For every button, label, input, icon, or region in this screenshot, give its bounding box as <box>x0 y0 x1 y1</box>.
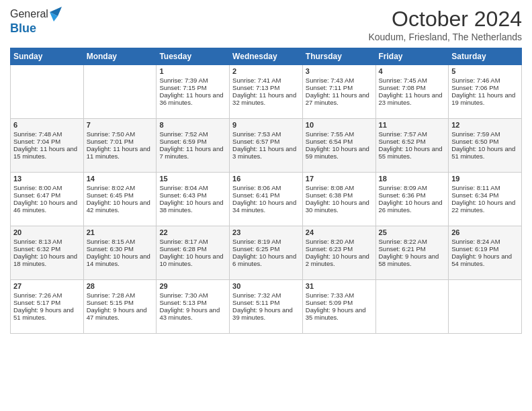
sunset-text: Sunset: 6:52 PM <box>379 138 426 145</box>
sunset-text: Sunset: 6:59 PM <box>159 138 206 145</box>
sunset-text: Sunset: 6:57 PM <box>232 138 279 145</box>
cell-0-3: 2 Sunrise: 7:41 AM Sunset: 7:13 PM Dayli… <box>230 65 303 119</box>
sunset-text: Sunset: 7:11 PM <box>306 84 353 91</box>
daylight-text: Daylight: 9 hours and 58 minutes. <box>379 253 439 267</box>
header-monday: Monday <box>83 48 157 65</box>
daylight-text: Daylight: 10 hours and 34 minutes. <box>232 199 296 214</box>
cell-0-2: 1 Sunrise: 7:39 AM Sunset: 7:15 PM Dayli… <box>157 65 230 119</box>
cell-1-5: 11 Sunrise: 7:57 AM Sunset: 6:52 PM Dayl… <box>375 119 449 173</box>
daylight-text: Daylight: 9 hours and 47 minutes. <box>87 306 147 321</box>
sunrise-text: Sunrise: 8:09 AM <box>379 184 427 191</box>
sunrise-text: Sunrise: 7:50 AM <box>87 130 135 138</box>
daylight-text: Daylight: 10 hours and 59 minutes. <box>306 145 369 160</box>
day-number: 17 <box>306 175 373 183</box>
header-thursday: Thursday <box>302 48 375 65</box>
sunrise-text: Sunrise: 8:20 AM <box>306 238 354 245</box>
day-number: 13 <box>13 175 81 183</box>
daylight-text: Daylight: 9 hours and 51 minutes. <box>13 306 74 321</box>
day-number: 22 <box>159 228 226 236</box>
daylight-text: Daylight: 11 hours and 23 minutes. <box>379 91 443 106</box>
sunrise-text: Sunrise: 7:45 AM <box>379 77 427 84</box>
header-saturday: Saturday <box>449 48 522 65</box>
sunrise-text: Sunrise: 7:48 AM <box>13 130 62 138</box>
month-title: October 2024 <box>368 7 522 32</box>
page: General Blue October 2024 Koudum, Friesl… <box>0 0 532 411</box>
day-number: 19 <box>451 175 519 183</box>
daylight-text: Daylight: 11 hours and 3 minutes. <box>232 145 296 160</box>
daylight-text: Daylight: 10 hours and 51 minutes. <box>451 145 515 160</box>
day-number: 12 <box>451 121 519 129</box>
day-number: 3 <box>306 67 373 75</box>
daylight-text: Daylight: 10 hours and 46 minutes. <box>13 199 77 214</box>
sunrise-text: Sunrise: 7:33 AM <box>306 291 354 299</box>
cell-0-1 <box>83 65 157 119</box>
daylight-text: Daylight: 9 hours and 39 minutes. <box>232 306 293 321</box>
sunset-text: Sunset: 6:21 PM <box>379 245 426 253</box>
cell-3-4: 24 Sunrise: 8:20 AM Sunset: 6:23 PM Dayl… <box>302 226 375 280</box>
cell-2-4: 17 Sunrise: 8:08 AM Sunset: 6:38 PM Dayl… <box>302 173 375 226</box>
day-number: 7 <box>87 121 154 129</box>
cell-0-4: 3 Sunrise: 7:43 AM Sunset: 7:11 PM Dayli… <box>302 65 375 119</box>
sunrise-text: Sunrise: 7:57 AM <box>379 130 427 138</box>
title-block: October 2024 Koudum, Friesland, The Neth… <box>368 7 522 42</box>
sunset-text: Sunset: 5:13 PM <box>159 299 206 306</box>
cell-0-5: 4 Sunrise: 7:45 AM Sunset: 7:08 PM Dayli… <box>375 65 449 119</box>
daylight-text: Daylight: 11 hours and 32 minutes. <box>232 91 296 106</box>
daylight-text: Daylight: 11 hours and 19 minutes. <box>451 91 515 106</box>
sunset-text: Sunset: 6:34 PM <box>451 191 498 199</box>
sunrise-text: Sunrise: 7:53 AM <box>232 130 281 138</box>
cell-2-3: 16 Sunrise: 8:06 AM Sunset: 6:41 PM Dayl… <box>230 173 303 226</box>
cell-4-6 <box>449 280 522 334</box>
cell-4-2: 29 Sunrise: 7:30 AM Sunset: 5:13 PM Dayl… <box>157 280 230 334</box>
cell-0-6: 5 Sunrise: 7:46 AM Sunset: 7:06 PM Dayli… <box>449 65 522 119</box>
sunset-text: Sunset: 6:30 PM <box>87 245 134 253</box>
day-number: 10 <box>306 121 373 129</box>
header-wednesday: Wednesday <box>230 48 303 65</box>
sunset-text: Sunset: 7:01 PM <box>87 138 134 145</box>
sunrise-text: Sunrise: 7:28 AM <box>87 291 135 299</box>
sunrise-text: Sunrise: 7:46 AM <box>451 77 500 84</box>
sunset-text: Sunset: 6:47 PM <box>13 191 60 199</box>
sunrise-text: Sunrise: 8:00 AM <box>13 184 62 191</box>
daylight-text: Daylight: 10 hours and 38 minutes. <box>159 199 223 214</box>
sunset-text: Sunset: 6:54 PM <box>306 138 353 145</box>
day-number: 2 <box>232 67 300 75</box>
day-number: 27 <box>13 282 81 290</box>
daylight-text: Daylight: 11 hours and 15 minutes. <box>13 145 77 160</box>
sunrise-text: Sunrise: 8:13 AM <box>13 238 62 245</box>
cell-3-5: 25 Sunrise: 8:22 AM Sunset: 6:21 PM Dayl… <box>375 226 449 280</box>
sunrise-text: Sunrise: 7:43 AM <box>306 77 354 84</box>
sunrise-text: Sunrise: 8:11 AM <box>451 184 500 191</box>
daylight-text: Daylight: 10 hours and 6 minutes. <box>232 253 296 267</box>
week-row-2: 6 Sunrise: 7:48 AM Sunset: 7:04 PM Dayli… <box>11 119 522 173</box>
sunrise-text: Sunrise: 8:06 AM <box>232 184 281 191</box>
sunrise-text: Sunrise: 8:02 AM <box>87 184 135 191</box>
sunrise-text: Sunrise: 8:24 AM <box>451 238 500 245</box>
sunrise-text: Sunrise: 8:15 AM <box>87 238 135 245</box>
logo-bird-icon <box>50 7 62 21</box>
sunrise-text: Sunrise: 8:22 AM <box>379 238 427 245</box>
day-number: 23 <box>232 228 300 236</box>
cell-3-3: 23 Sunrise: 8:19 AM Sunset: 6:25 PM Dayl… <box>230 226 303 280</box>
cell-4-4: 31 Sunrise: 7:33 AM Sunset: 5:09 PM Dayl… <box>302 280 375 334</box>
calendar-table: Sunday Monday Tuesday Wednesday Thursday… <box>10 48 522 334</box>
daylight-text: Daylight: 10 hours and 30 minutes. <box>306 199 369 214</box>
daylight-text: Daylight: 9 hours and 43 minutes. <box>159 306 220 321</box>
day-number: 6 <box>13 121 81 129</box>
sunrise-text: Sunrise: 7:52 AM <box>159 130 208 138</box>
sunset-text: Sunset: 6:32 PM <box>13 245 60 253</box>
logo-blue-text: Blue <box>10 21 62 36</box>
sunset-text: Sunset: 6:43 PM <box>159 191 206 199</box>
cell-3-2: 22 Sunrise: 8:17 AM Sunset: 6:28 PM Dayl… <box>157 226 230 280</box>
cell-3-0: 20 Sunrise: 8:13 AM Sunset: 6:32 PM Dayl… <box>11 226 84 280</box>
sunset-text: Sunset: 5:09 PM <box>306 299 353 306</box>
day-number: 28 <box>87 282 154 290</box>
cell-2-6: 19 Sunrise: 8:11 AM Sunset: 6:34 PM Dayl… <box>449 173 522 226</box>
weekday-header-row: Sunday Monday Tuesday Wednesday Thursday… <box>11 48 522 65</box>
cell-4-5 <box>375 280 449 334</box>
daylight-text: Daylight: 9 hours and 54 minutes. <box>451 253 512 267</box>
day-number: 26 <box>451 228 519 236</box>
sunrise-text: Sunrise: 7:41 AM <box>232 77 281 84</box>
day-number: 9 <box>232 121 300 129</box>
daylight-text: Daylight: 10 hours and 10 minutes. <box>159 253 223 267</box>
